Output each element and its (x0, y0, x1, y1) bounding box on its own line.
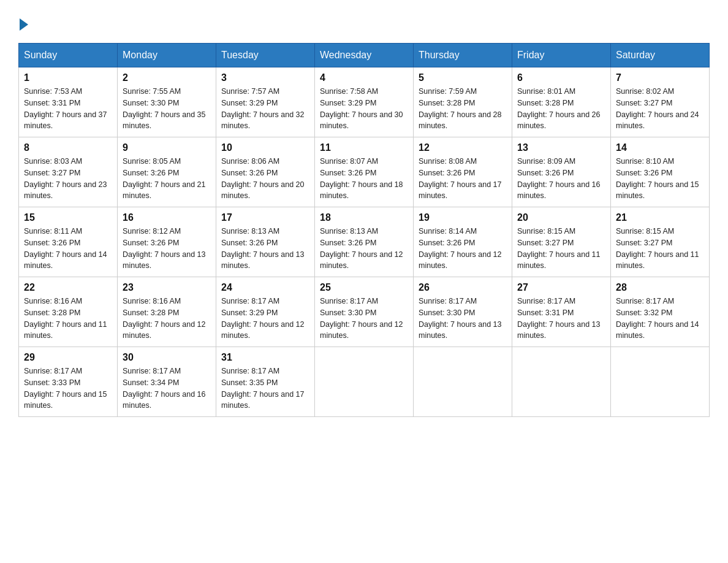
day-info: Sunrise: 8:05 AMSunset: 3:26 PMDaylight:… (123, 156, 211, 202)
logo-arrow-icon (20, 18, 28, 31)
weekday-header-monday: Monday (118, 44, 216, 67)
calendar-cell: 4Sunrise: 7:58 AMSunset: 3:29 PMDaylight… (315, 67, 414, 137)
calendar-cell: 27Sunrise: 8:17 AMSunset: 3:31 PMDayligh… (512, 277, 611, 347)
calendar-cell: 20Sunrise: 8:15 AMSunset: 3:27 PMDayligh… (512, 207, 611, 277)
day-info: Sunrise: 8:17 AMSunset: 3:34 PMDaylight:… (123, 366, 211, 412)
day-number: 20 (517, 212, 605, 223)
day-number: 4 (320, 72, 408, 83)
calendar-cell: 5Sunrise: 7:59 AMSunset: 3:28 PMDaylight… (414, 67, 512, 137)
calendar-cell: 25Sunrise: 8:17 AMSunset: 3:30 PMDayligh… (315, 277, 414, 347)
weekday-header-row: SundayMondayTuesdayWednesdayThursdayFrid… (19, 44, 710, 67)
day-number: 1 (24, 72, 112, 83)
day-number: 27 (517, 282, 605, 293)
calendar-cell: 24Sunrise: 8:17 AMSunset: 3:29 PMDayligh… (216, 277, 315, 347)
day-number: 14 (616, 142, 704, 153)
calendar-cell: 21Sunrise: 8:15 AMSunset: 3:27 PMDayligh… (611, 207, 710, 277)
calendar-cell: 28Sunrise: 8:17 AMSunset: 3:32 PMDayligh… (611, 277, 710, 347)
day-number: 31 (221, 352, 309, 363)
day-info: Sunrise: 8:17 AMSunset: 3:30 PMDaylight:… (419, 296, 507, 342)
day-number: 25 (320, 282, 408, 293)
day-info: Sunrise: 8:13 AMSunset: 3:26 PMDaylight:… (221, 226, 309, 272)
day-number: 6 (517, 72, 605, 83)
day-info: Sunrise: 8:17 AMSunset: 3:35 PMDaylight:… (221, 366, 309, 412)
calendar-cell: 9Sunrise: 8:05 AMSunset: 3:26 PMDaylight… (118, 137, 216, 207)
day-number: 22 (24, 282, 112, 293)
day-number: 11 (320, 142, 408, 153)
day-number: 29 (24, 352, 112, 363)
day-info: Sunrise: 7:58 AMSunset: 3:29 PMDaylight:… (320, 86, 408, 132)
day-info: Sunrise: 8:16 AMSunset: 3:28 PMDaylight:… (24, 296, 112, 342)
day-info: Sunrise: 7:55 AMSunset: 3:30 PMDaylight:… (123, 86, 211, 132)
calendar-cell (512, 347, 611, 417)
day-info: Sunrise: 8:08 AMSunset: 3:26 PMDaylight:… (419, 156, 507, 202)
day-info: Sunrise: 8:03 AMSunset: 3:27 PMDaylight:… (24, 156, 112, 202)
calendar-cell: 1Sunrise: 7:53 AMSunset: 3:31 PMDaylight… (19, 67, 118, 137)
day-number: 7 (616, 72, 704, 83)
calendar-cell: 16Sunrise: 8:12 AMSunset: 3:26 PMDayligh… (118, 207, 216, 277)
calendar-cell: 17Sunrise: 8:13 AMSunset: 3:26 PMDayligh… (216, 207, 315, 277)
calendar-cell: 2Sunrise: 7:55 AMSunset: 3:30 PMDaylight… (118, 67, 216, 137)
day-info: Sunrise: 8:15 AMSunset: 3:27 PMDaylight:… (616, 226, 704, 272)
calendar-week-row: 1Sunrise: 7:53 AMSunset: 3:31 PMDaylight… (19, 67, 710, 137)
calendar-cell: 15Sunrise: 8:11 AMSunset: 3:26 PMDayligh… (19, 207, 118, 277)
day-number: 8 (24, 142, 112, 153)
calendar-cell: 29Sunrise: 8:17 AMSunset: 3:33 PMDayligh… (19, 347, 118, 417)
weekday-header-sunday: Sunday (19, 44, 118, 67)
day-info: Sunrise: 8:11 AMSunset: 3:26 PMDaylight:… (24, 226, 112, 272)
calendar-week-row: 15Sunrise: 8:11 AMSunset: 3:26 PMDayligh… (19, 207, 710, 277)
calendar-cell: 10Sunrise: 8:06 AMSunset: 3:26 PMDayligh… (216, 137, 315, 207)
day-number: 12 (419, 142, 507, 153)
day-info: Sunrise: 8:12 AMSunset: 3:26 PMDaylight:… (123, 226, 211, 272)
calendar-cell (315, 347, 414, 417)
day-info: Sunrise: 7:53 AMSunset: 3:31 PMDaylight:… (24, 86, 112, 132)
calendar-cell (611, 347, 710, 417)
calendar-table: SundayMondayTuesdayWednesdayThursdayFrid… (18, 43, 710, 417)
day-number: 16 (123, 212, 211, 223)
day-info: Sunrise: 7:59 AMSunset: 3:28 PMDaylight:… (419, 86, 507, 132)
calendar-cell: 11Sunrise: 8:07 AMSunset: 3:26 PMDayligh… (315, 137, 414, 207)
calendar-week-row: 8Sunrise: 8:03 AMSunset: 3:27 PMDaylight… (19, 137, 710, 207)
day-info: Sunrise: 7:57 AMSunset: 3:29 PMDaylight:… (221, 86, 309, 132)
day-info: Sunrise: 8:07 AMSunset: 3:26 PMDaylight:… (320, 156, 408, 202)
calendar-cell (414, 347, 512, 417)
day-number: 26 (419, 282, 507, 293)
calendar-cell: 3Sunrise: 7:57 AMSunset: 3:29 PMDaylight… (216, 67, 315, 137)
day-info: Sunrise: 8:06 AMSunset: 3:26 PMDaylight:… (221, 156, 309, 202)
calendar-cell: 8Sunrise: 8:03 AMSunset: 3:27 PMDaylight… (19, 137, 118, 207)
calendar-cell: 26Sunrise: 8:17 AMSunset: 3:30 PMDayligh… (414, 277, 512, 347)
day-info: Sunrise: 8:10 AMSunset: 3:26 PMDaylight:… (616, 156, 704, 202)
day-info: Sunrise: 8:01 AMSunset: 3:28 PMDaylight:… (517, 86, 605, 132)
day-number: 17 (221, 212, 309, 223)
day-info: Sunrise: 8:15 AMSunset: 3:27 PMDaylight:… (517, 226, 605, 272)
day-number: 21 (616, 212, 704, 223)
day-info: Sunrise: 8:13 AMSunset: 3:26 PMDaylight:… (320, 226, 408, 272)
day-info: Sunrise: 8:17 AMSunset: 3:33 PMDaylight:… (24, 366, 112, 412)
day-info: Sunrise: 8:14 AMSunset: 3:26 PMDaylight:… (419, 226, 507, 272)
calendar-cell: 18Sunrise: 8:13 AMSunset: 3:26 PMDayligh… (315, 207, 414, 277)
weekday-header-tuesday: Tuesday (216, 44, 315, 67)
day-info: Sunrise: 8:17 AMSunset: 3:30 PMDaylight:… (320, 296, 408, 342)
weekday-header-saturday: Saturday (611, 44, 710, 67)
calendar-cell: 7Sunrise: 8:02 AMSunset: 3:27 PMDaylight… (611, 67, 710, 137)
calendar-cell: 23Sunrise: 8:16 AMSunset: 3:28 PMDayligh… (118, 277, 216, 347)
calendar-cell: 30Sunrise: 8:17 AMSunset: 3:34 PMDayligh… (118, 347, 216, 417)
weekday-header-thursday: Thursday (414, 44, 512, 67)
day-info: Sunrise: 8:09 AMSunset: 3:26 PMDaylight:… (517, 156, 605, 202)
day-number: 15 (24, 212, 112, 223)
calendar-cell: 6Sunrise: 8:01 AMSunset: 3:28 PMDaylight… (512, 67, 611, 137)
day-number: 24 (221, 282, 309, 293)
day-number: 5 (419, 72, 507, 83)
day-info: Sunrise: 8:17 AMSunset: 3:31 PMDaylight:… (517, 296, 605, 342)
day-info: Sunrise: 8:16 AMSunset: 3:28 PMDaylight:… (123, 296, 211, 342)
calendar-week-row: 22Sunrise: 8:16 AMSunset: 3:28 PMDayligh… (19, 277, 710, 347)
day-number: 28 (616, 282, 704, 293)
page-header (18, 18, 710, 31)
calendar-week-row: 29Sunrise: 8:17 AMSunset: 3:33 PMDayligh… (19, 347, 710, 417)
calendar-cell: 22Sunrise: 8:16 AMSunset: 3:28 PMDayligh… (19, 277, 118, 347)
day-number: 10 (221, 142, 309, 153)
calendar-cell: 14Sunrise: 8:10 AMSunset: 3:26 PMDayligh… (611, 137, 710, 207)
calendar-cell: 12Sunrise: 8:08 AMSunset: 3:26 PMDayligh… (414, 137, 512, 207)
weekday-header-friday: Friday (512, 44, 611, 67)
calendar-cell: 31Sunrise: 8:17 AMSunset: 3:35 PMDayligh… (216, 347, 315, 417)
calendar-cell: 13Sunrise: 8:09 AMSunset: 3:26 PMDayligh… (512, 137, 611, 207)
